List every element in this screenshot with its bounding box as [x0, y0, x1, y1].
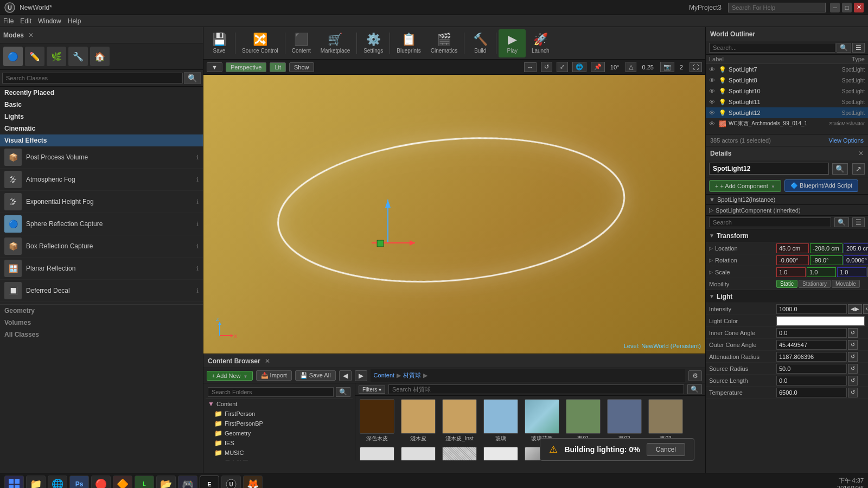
- mob-stationary-button[interactable]: Stationary: [799, 280, 831, 288]
- asset-white-wax01[interactable]: 白臘01: [399, 446, 438, 460]
- folder-geometry[interactable]: 📁 Geometry: [212, 428, 353, 438]
- taskbar-unreal[interactable]: U: [221, 476, 241, 489]
- maximize-button[interactable]: □: [842, 3, 852, 12]
- rotation-y-input[interactable]: [810, 255, 843, 265]
- mob-static-button[interactable]: Static: [776, 280, 797, 288]
- location-x-input[interactable]: [776, 243, 809, 253]
- details-list-view-button[interactable]: ☰: [852, 217, 865, 227]
- category-geometry[interactable]: Geometry: [0, 304, 203, 317]
- details-close-button[interactable]: ✕: [858, 150, 864, 157]
- taskbar-internet[interactable]: 🌐: [48, 476, 67, 489]
- asset-glass[interactable]: 玻璃: [481, 398, 520, 444]
- category-recently-placed[interactable]: Recently Placed: [0, 87, 203, 99]
- taskbar-app8[interactable]: 🎮: [178, 476, 197, 489]
- place-item-sphere-refl[interactable]: 🔵 Sphere Reflection Capture ℹ: [0, 213, 203, 235]
- view-options-btn[interactable]: View Options: [828, 137, 864, 144]
- paint-mode-icon[interactable]: ✏️: [25, 47, 44, 66]
- mesh-mode-icon[interactable]: 🔧: [68, 47, 88, 66]
- attenuation-reset-button[interactable]: ↺: [848, 352, 858, 362]
- camera-speed-icon[interactable]: 📷: [660, 62, 674, 72]
- folder-firstpersonbp[interactable]: 📁 FirstPersonBP: [212, 419, 353, 428]
- rotation-x-input[interactable]: [776, 255, 809, 265]
- add-component-button[interactable]: + + Add Component ▼: [709, 180, 781, 192]
- outliner-list-view-button[interactable]: ☰: [852, 43, 865, 53]
- minimize-button[interactable]: ─: [830, 3, 840, 12]
- outliner-item-static-mesh[interactable]: 👁 🧱 WC東西_Archmodels_99_014_1 StaticMeshA…: [706, 118, 868, 129]
- transform-section-header[interactable]: ▼ Transform: [706, 229, 868, 242]
- location-y-input[interactable]: [810, 243, 843, 253]
- category-lights[interactable]: Lights: [0, 111, 203, 123]
- cb-close-button[interactable]: ✕: [265, 357, 270, 365]
- source-length-reset-button[interactable]: ↺: [848, 376, 858, 386]
- rotation-z-input[interactable]: [844, 255, 868, 265]
- snap-icon[interactable]: 📌: [591, 62, 605, 72]
- place-item-ppv[interactable]: 📦 Post Process Volume ℹ: [0, 146, 203, 169]
- taskbar-photoshop[interactable]: Ps: [69, 476, 89, 489]
- translate-icon[interactable]: ↔: [524, 62, 537, 72]
- scale-icon[interactable]: ⤢: [557, 62, 568, 72]
- asset-dark-wood[interactable]: 深色木皮: [358, 398, 397, 444]
- breadcrumb-materials[interactable]: 材質球: [403, 371, 421, 380]
- add-new-button[interactable]: + Add New ▼: [207, 371, 253, 381]
- angle-snap-icon[interactable]: △: [626, 62, 636, 72]
- cb-settings-button[interactable]: ⚙: [688, 370, 702, 381]
- asset-white-pillow[interactable]: 白色枕頭: [481, 446, 520, 460]
- category-cinematic[interactable]: Cinematic: [0, 123, 203, 134]
- close-button[interactable]: ✕: [854, 3, 864, 12]
- place-item-exp-fog[interactable]: 🌫 Exponential Height Fog ℹ: [0, 191, 203, 213]
- attenuation-input[interactable]: [776, 352, 847, 362]
- launch-button[interactable]: 🚀 Launch: [527, 29, 554, 57]
- world-local-icon[interactable]: 🌐: [572, 62, 586, 72]
- place-item-deferred-decal[interactable]: 🔲 Deferred Decal ℹ: [0, 280, 203, 302]
- col-type-header[interactable]: Type: [852, 56, 865, 62]
- outliner-item-spotlight7[interactable]: 👁 💡 SpotLight7 SpotLight: [706, 64, 868, 75]
- outliner-search-input[interactable]: [709, 43, 835, 53]
- menu-edit[interactable]: Edit: [20, 17, 31, 25]
- folder-sky-maps[interactable]: 📁 天空貼圖: [212, 458, 353, 460]
- folder-firstperson[interactable]: 📁 FirstPerson: [212, 409, 353, 419]
- nav-forward-button[interactable]: ▶: [355, 370, 367, 381]
- show-button[interactable]: Show: [289, 62, 314, 72]
- details-search-input[interactable]: [709, 217, 831, 227]
- outliner-item-spotlight11[interactable]: 👁 💡 SpotLight11 SpotLight: [706, 97, 868, 107]
- search-detail-button[interactable]: 🔍: [832, 163, 848, 175]
- dropdown-arrow-button[interactable]: ▼: [207, 62, 222, 72]
- intensity-input[interactable]: [776, 304, 847, 314]
- taskbar-app5[interactable]: 🔶: [113, 476, 132, 489]
- folder-ies[interactable]: 📁 IES: [212, 438, 353, 448]
- taskbar-chrome[interactable]: 🔴: [91, 476, 111, 489]
- place-item-atm-fog[interactable]: 🌫 Atmospheric Fog ℹ: [0, 169, 203, 191]
- outliner-item-spotlight10[interactable]: 👁 💡 SpotLight10 SpotLight: [706, 86, 868, 97]
- search-assets-button[interactable]: 🔍: [687, 384, 702, 394]
- asset-painting01[interactable]: 畫01: [564, 398, 603, 444]
- source-radius-reset-button[interactable]: ↺: [848, 364, 858, 374]
- details-search-button[interactable]: 🔍: [834, 217, 849, 227]
- rotate-icon[interactable]: ↺: [541, 62, 552, 72]
- search-folders-button[interactable]: 🔍: [336, 387, 350, 397]
- search-classes-input[interactable]: [2, 73, 183, 84]
- foliage-mode-icon[interactable]: 🌿: [47, 47, 66, 66]
- source-radius-input[interactable]: [776, 364, 847, 374]
- source-control-button[interactable]: 🔀 Source Control: [238, 29, 283, 57]
- taskbar-file-manager[interactable]: 📁: [26, 476, 46, 489]
- breadcrumb-content[interactable]: Content: [374, 372, 395, 378]
- outliner-item-spotlight12[interactable]: 👁 💡 SpotLight12 SpotLight: [706, 107, 868, 118]
- browse-detail-button[interactable]: ↗: [852, 163, 865, 175]
- cinematics-button[interactable]: 🎬 Cinematics: [426, 29, 462, 57]
- import-button[interactable]: 📥 Import: [256, 370, 292, 381]
- build-button[interactable]: 🔨 Build: [467, 29, 494, 57]
- outer-cone-reset-button[interactable]: ↺: [848, 340, 858, 350]
- blueprints-button[interactable]: 📋 Blueprints: [392, 29, 425, 57]
- source-length-input[interactable]: [776, 376, 847, 386]
- perspective-button[interactable]: Perspective: [226, 62, 266, 72]
- search-folders-input[interactable]: [208, 387, 334, 397]
- asset-white-wax[interactable]: 白蠟: [358, 446, 397, 460]
- play-button[interactable]: ▶ Play: [499, 29, 526, 57]
- settings-button[interactable]: ⚙️ Settings: [359, 29, 387, 57]
- temperature-reset-button[interactable]: ↺: [848, 388, 858, 397]
- viewport[interactable]: Level: NewWorld (Persistent) X Z: [203, 75, 705, 354]
- location-z-input[interactable]: [844, 243, 868, 253]
- search-classes-button[interactable]: 🔍: [184, 72, 201, 84]
- asset-painting02[interactable]: 畫02: [605, 398, 644, 444]
- category-all-classes[interactable]: All Classes: [0, 329, 203, 341]
